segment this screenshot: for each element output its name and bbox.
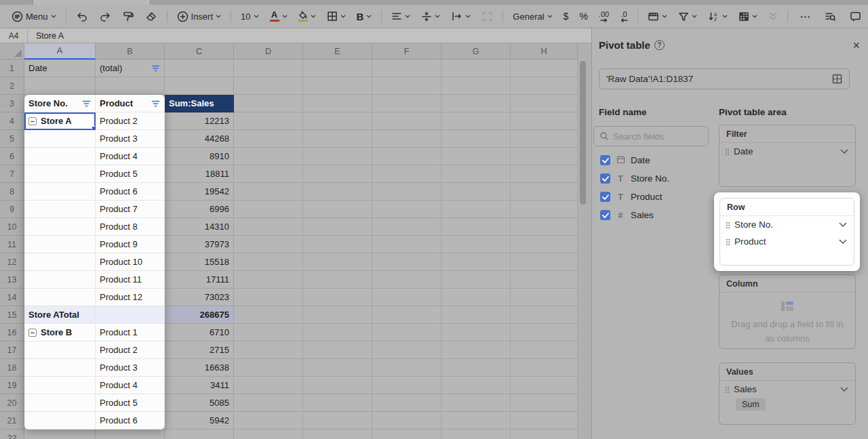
data-range-input[interactable] xyxy=(606,74,832,84)
cell-E4[interactable] xyxy=(303,112,372,130)
cell-E16[interactable] xyxy=(303,324,372,341)
cell-C1[interactable] xyxy=(165,60,234,77)
cell-E20[interactable] xyxy=(303,394,372,412)
find-replace-button[interactable] xyxy=(821,7,840,25)
cell-E10[interactable] xyxy=(303,218,372,236)
cell-H14[interactable] xyxy=(511,289,578,306)
cell-A13[interactable] xyxy=(24,271,96,289)
cell-H7[interactable] xyxy=(511,165,578,183)
filter-icon[interactable] xyxy=(151,65,160,72)
cell-G11[interactable] xyxy=(441,236,511,253)
column-header-G[interactable]: G xyxy=(441,43,511,60)
cell-C5[interactable]: 44268 xyxy=(165,130,234,148)
cell-G6[interactable] xyxy=(441,148,511,165)
cell-H5[interactable] xyxy=(511,130,578,148)
cell-F14[interactable] xyxy=(372,289,441,306)
cell-G3[interactable] xyxy=(441,95,511,112)
cell-C8[interactable]: 19542 xyxy=(165,183,234,201)
cell-A10[interactable] xyxy=(24,218,96,236)
cell-H4[interactable] xyxy=(511,112,578,130)
merge-cells-button[interactable] xyxy=(478,7,496,25)
drag-handle-icon[interactable] xyxy=(725,148,730,155)
cell-F8[interactable] xyxy=(372,183,441,201)
cell-C11[interactable]: 37973 xyxy=(165,236,234,253)
cell-A4[interactable]: −Store A xyxy=(24,112,96,130)
cell-E19[interactable] xyxy=(303,377,372,394)
row-item-store-no[interactable]: Store No. xyxy=(720,216,854,233)
increase-decimal-button[interactable]: .00 xyxy=(595,7,612,25)
cell-A6[interactable] xyxy=(24,148,96,165)
cell-G13[interactable] xyxy=(441,271,511,289)
row-header-21[interactable]: 21 xyxy=(0,412,24,430)
cell-D22[interactable] xyxy=(234,430,303,439)
cell-F16[interactable] xyxy=(372,324,441,341)
data-range-field[interactable] xyxy=(599,68,850,89)
cell-H18[interactable] xyxy=(511,359,578,377)
cell-D20[interactable] xyxy=(234,394,303,412)
row-header-6[interactable]: 6 xyxy=(0,148,24,165)
fill-color-button[interactable] xyxy=(295,7,319,25)
filter-button[interactable] xyxy=(675,7,701,25)
horizontal-align-button[interactable] xyxy=(388,7,414,25)
row-header-22[interactable]: 22 xyxy=(0,430,24,439)
cell-G16[interactable] xyxy=(441,324,511,341)
cell-B21[interactable]: Product 6 xyxy=(96,412,165,430)
cell-D12[interactable] xyxy=(234,253,303,271)
cell-E2[interactable] xyxy=(303,77,372,95)
cell-E8[interactable] xyxy=(303,183,372,201)
cell-A1[interactable]: Date xyxy=(24,60,96,77)
cell-G4[interactable] xyxy=(441,112,511,130)
cell-D19[interactable] xyxy=(234,377,303,394)
cell-F4[interactable] xyxy=(372,112,441,130)
cell-D1[interactable] xyxy=(234,60,303,77)
cell-G10[interactable] xyxy=(441,218,511,236)
cell-B15[interactable] xyxy=(96,306,165,324)
row-header-8[interactable]: 8 xyxy=(0,183,24,201)
cell-E7[interactable] xyxy=(303,165,372,183)
cell-F2[interactable] xyxy=(372,77,441,95)
cell-A21[interactable] xyxy=(24,412,96,430)
percent-button[interactable]: % xyxy=(576,7,591,25)
text-direction-button[interactable] xyxy=(448,7,474,25)
cell-D4[interactable] xyxy=(234,112,303,130)
cell-F21[interactable] xyxy=(372,412,441,430)
cell-G5[interactable] xyxy=(441,130,511,148)
bold-button[interactable]: B xyxy=(353,7,376,25)
chevron-down-icon[interactable] xyxy=(840,387,848,392)
cell-F12[interactable] xyxy=(372,253,441,271)
column-header-E[interactable]: E xyxy=(303,43,372,60)
row-header-1[interactable]: 1 xyxy=(0,60,24,77)
cell-C19[interactable]: 3411 xyxy=(165,377,234,394)
cell-B7[interactable]: Product 5 xyxy=(96,165,165,183)
cell-G19[interactable] xyxy=(441,377,511,394)
sort-button[interactable]: AZ xyxy=(705,7,731,25)
cell-C10[interactable]: 14310 xyxy=(165,218,234,236)
cell-C15[interactable]: 268675 xyxy=(165,306,234,324)
comment-button[interactable] xyxy=(846,7,865,25)
cell-B17[interactable]: Product 2 xyxy=(96,341,165,359)
cell-D8[interactable] xyxy=(234,183,303,201)
cell-G12[interactable] xyxy=(441,253,511,271)
cell-C3[interactable]: Sum:Sales xyxy=(165,95,234,112)
column-header-B[interactable]: B xyxy=(96,43,165,60)
row-header-12[interactable]: 12 xyxy=(0,253,24,271)
cell-E21[interactable] xyxy=(303,412,372,430)
row-header-7[interactable]: 7 xyxy=(0,165,24,183)
cell-C6[interactable]: 8910 xyxy=(165,148,234,165)
drag-handle-icon[interactable] xyxy=(726,238,730,245)
cell-H20[interactable] xyxy=(511,394,578,412)
cell-B1[interactable]: (total) xyxy=(96,60,165,77)
search-fields-input[interactable] xyxy=(613,131,694,142)
cell-C7[interactable]: 18811 xyxy=(165,165,234,183)
format-painter-button[interactable] xyxy=(119,7,138,25)
cell-G18[interactable] xyxy=(441,359,511,377)
cell-A16[interactable]: −Store B xyxy=(24,324,96,341)
font-color-button[interactable]: A xyxy=(267,7,291,25)
cell-F13[interactable] xyxy=(372,271,441,289)
cell-D5[interactable] xyxy=(234,130,303,148)
cell-A11[interactable] xyxy=(24,236,96,253)
cell-B10[interactable]: Product 8 xyxy=(96,218,165,236)
cell-C12[interactable]: 15518 xyxy=(165,253,234,271)
cell-A19[interactable] xyxy=(24,377,96,394)
cell-H17[interactable] xyxy=(511,341,578,359)
